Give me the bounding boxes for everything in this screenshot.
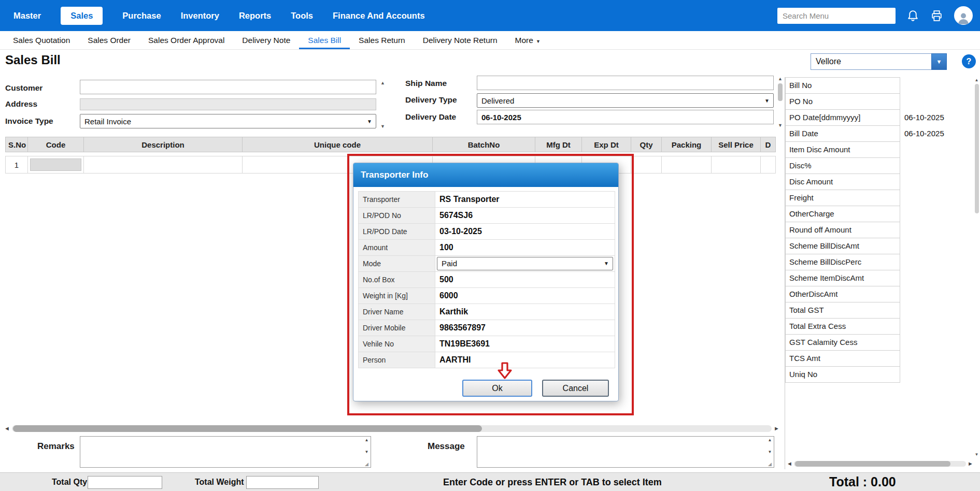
field-value[interactable] (900, 254, 980, 270)
cell-code-input[interactable] (27, 156, 84, 174)
field-value[interactable]: 06-10-2025 (900, 125, 980, 142)
field-value[interactable] (900, 366, 980, 383)
invoice-type-select[interactable]: Retail Invoice ▼ (80, 114, 376, 128)
field-value[interactable] (900, 286, 980, 302)
scroll-left-icon[interactable]: ◄ (787, 459, 792, 468)
bell-icon[interactable] (906, 9, 919, 22)
field-value[interactable] (900, 190, 980, 206)
cell-packing[interactable] (661, 156, 712, 174)
left-form-scrollbar[interactable]: ▲ ▼ (379, 80, 387, 129)
nav-item-master[interactable]: Master (13, 11, 41, 21)
message-textarea[interactable] (477, 436, 774, 468)
scroll-down-icon[interactable]: ▼ (768, 450, 772, 454)
field-value[interactable]: 500 (435, 272, 615, 287)
mode-select[interactable]: Paid ▼ (437, 257, 613, 270)
tab-sales-quotation[interactable]: Sales Quotation (4, 31, 79, 49)
scroll-up-icon[interactable]: ▲ (975, 78, 979, 82)
field-value[interactable] (900, 350, 980, 367)
field-value[interactable] (900, 141, 980, 158)
help-icon[interactable]: ? (962, 54, 976, 68)
scrollbar-thumb[interactable] (795, 461, 950, 467)
tab-sales-bill[interactable]: Sales Bill (299, 31, 350, 49)
scroll-down-icon[interactable]: ▼ (975, 452, 979, 457)
message-scroll-gutter[interactable]: ▲ ▼ ◢ (766, 438, 773, 467)
printer-icon[interactable] (930, 9, 943, 22)
total-weight-input[interactable] (246, 476, 319, 489)
tab-delivery-note-return[interactable]: Delivery Note Return (414, 31, 506, 49)
scroll-right-icon[interactable]: ► (774, 424, 779, 433)
nav-item-reports[interactable]: Reports (239, 11, 271, 21)
nav-item-tools[interactable]: Tools (291, 11, 313, 21)
branch-selector[interactable]: Vellore ▼ (811, 53, 947, 70)
cancel-button[interactable]: Cancel (542, 380, 609, 397)
field-value[interactable] (900, 77, 980, 94)
field-value[interactable]: 5674SJ6 (435, 208, 615, 223)
main-horizontal-scrollbar[interactable]: ◄ ► (4, 424, 779, 433)
nav-item-inventory[interactable]: Inventory (181, 11, 219, 21)
scroll-down-icon[interactable]: ▼ (365, 450, 369, 454)
side-panel-vertical-scrollbar[interactable]: ▲ ▼ (973, 78, 980, 457)
resize-handle-icon[interactable]: ◢ (365, 461, 368, 467)
field-value[interactable] (900, 93, 980, 110)
field-value[interactable] (900, 222, 980, 238)
scrollbar-thumb[interactable] (778, 83, 783, 101)
field-value[interactable] (900, 157, 980, 174)
field-value[interactable]: 03-10-2025 (435, 224, 615, 239)
branch-dropdown-button[interactable]: ▼ (931, 53, 947, 70)
delivery-date-input[interactable] (477, 110, 774, 124)
scrollbar-thumb[interactable] (975, 84, 979, 213)
middle-form-scrollbar[interactable]: ▲ ▼ (776, 76, 784, 128)
field-value[interactable] (900, 270, 980, 286)
field-value[interactable] (900, 334, 980, 351)
scroll-up-icon[interactable]: ▲ (778, 76, 783, 81)
scrollbar-track[interactable] (794, 461, 966, 467)
cell-qty[interactable] (631, 156, 662, 174)
field-value[interactable]: AARTHI (435, 352, 615, 368)
cell-description[interactable] (83, 156, 243, 174)
field-value[interactable] (900, 302, 980, 319)
scroll-up-icon[interactable]: ▲ (768, 438, 772, 442)
address-input[interactable] (80, 98, 376, 110)
nav-item-purchase[interactable]: Purchase (122, 11, 161, 21)
scroll-right-icon[interactable]: ► (968, 459, 973, 468)
remarks-scroll-gutter[interactable]: ▲ ▼ ◢ (363, 438, 370, 467)
field-value[interactable] (900, 238, 980, 254)
tab-sales-return[interactable]: Sales Return (350, 31, 414, 49)
tab-sales-order[interactable]: Sales Order (79, 31, 139, 49)
field-value[interactable]: TN19BE3691 (435, 336, 615, 352)
side-panel-horizontal-scrollbar[interactable]: ◄ ► (787, 460, 973, 468)
code-entry-box[interactable] (30, 158, 81, 171)
field-value[interactable]: 6000 (435, 288, 615, 304)
tab-more[interactable]: More▼ (506, 31, 549, 49)
scroll-down-icon[interactable]: ▼ (778, 123, 783, 128)
remarks-textarea[interactable] (80, 436, 371, 468)
scroll-up-icon[interactable]: ▲ (380, 80, 385, 85)
field-value[interactable]: 9863567897 (435, 320, 615, 336)
search-input[interactable] (777, 8, 896, 24)
field-value[interactable]: RS Transporter (435, 192, 615, 207)
customer-input[interactable] (80, 80, 376, 94)
scrollbar-track[interactable] (12, 425, 772, 432)
scroll-up-icon[interactable]: ▲ (365, 438, 369, 442)
user-avatar[interactable] (954, 6, 973, 25)
ok-button[interactable]: Ok (462, 380, 532, 397)
cell-disc[interactable] (760, 156, 776, 174)
scroll-down-icon[interactable]: ▼ (380, 124, 385, 129)
field-value[interactable] (900, 206, 980, 222)
total-qty-input[interactable] (88, 476, 162, 489)
scrollbar-thumb[interactable] (13, 425, 482, 432)
nav-item-sales[interactable]: Sales (61, 7, 103, 25)
field-value[interactable] (900, 318, 980, 335)
scroll-left-icon[interactable]: ◄ (4, 424, 10, 433)
field-value[interactable]: Karthik (435, 304, 615, 320)
delivery-type-select[interactable]: Delivered ▼ (477, 93, 774, 108)
field-value[interactable] (900, 174, 980, 190)
tab-sales-order-approval[interactable]: Sales Order Approval (139, 31, 233, 49)
resize-handle-icon[interactable]: ◢ (768, 461, 772, 467)
field-value[interactable]: 100 (435, 240, 615, 255)
branch-selector-value[interactable]: Vellore (811, 53, 931, 70)
tab-delivery-note[interactable]: Delivery Note (233, 31, 299, 49)
ship-name-input[interactable] (477, 76, 774, 90)
nav-item-finance-and-accounts[interactable]: Finance And Accounts (333, 11, 425, 21)
cell-sell-price[interactable] (711, 156, 761, 174)
